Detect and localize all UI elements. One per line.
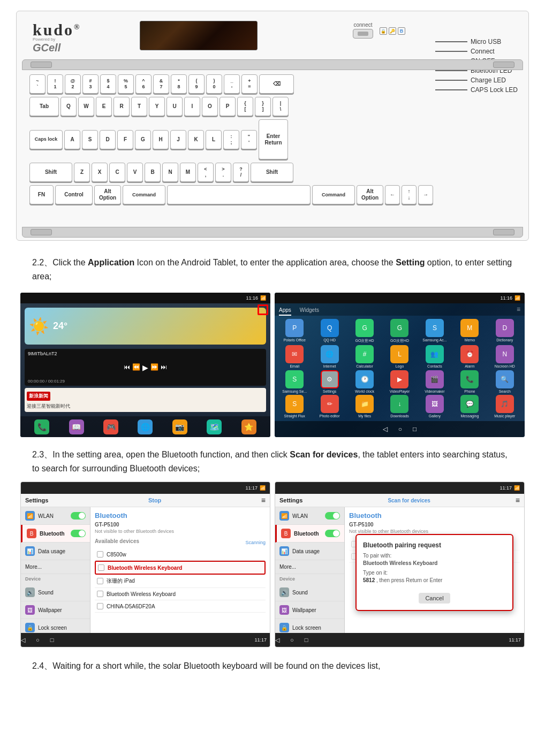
sidebar-lock-screen-left[interactable]: 🔒 Lock screen	[21, 619, 90, 633]
tab-apps[interactable]: Apps	[279, 306, 291, 316]
sidebar-wallpaper-right[interactable]: 🖼 Wallpaper	[275, 601, 344, 619]
scan-for-devices-btn[interactable]: Scan for devices	[388, 498, 430, 503]
nav-back-right[interactable]: ◁	[275, 637, 279, 644]
key-1[interactable]: !1	[47, 74, 63, 94]
dock-internet-icon[interactable]: 🌐	[138, 419, 153, 434]
device-ipad[interactable]: 张珊的 iPad	[95, 575, 266, 588]
sidebar-more-right[interactable]: More...	[275, 560, 344, 574]
app-straight-flux[interactable]: S Straight Flux	[278, 395, 311, 418]
sidebar-sound-left[interactable]: 🔊 Sound	[21, 584, 90, 601]
key-n[interactable]: N	[162, 163, 178, 182]
wlan-toggle[interactable]	[71, 512, 86, 520]
wlan-toggle-right[interactable]	[325, 512, 340, 520]
sidebar-bluetooth-right[interactable]: B Bluetooth	[275, 525, 344, 543]
key-t[interactable]: T	[131, 97, 147, 116]
key-shift-right[interactable]: Shift	[251, 163, 293, 182]
stop-button[interactable]: Stop	[148, 497, 161, 503]
settings-menu-icon[interactable]: ≡	[261, 496, 266, 505]
app-videoplayer[interactable]: ▶ VideoPlayer	[383, 370, 416, 393]
key-comma[interactable]: <,	[198, 163, 214, 182]
key-command-left[interactable]: Command	[123, 185, 165, 204]
key-l[interactable]: L	[206, 130, 222, 149]
key-x[interactable]: X	[92, 163, 108, 182]
key-enter[interactable]: EnterReturn	[259, 119, 288, 159]
app-samsung[interactable]: S Samsung Ac...	[418, 319, 451, 343]
key-3[interactable]: #3	[82, 74, 99, 94]
key-slash[interactable]: ?/	[233, 163, 249, 182]
key-h[interactable]: H	[153, 130, 169, 149]
app-polaris-office[interactable]: P Polaris Office	[278, 319, 311, 343]
key-4[interactable]: $4	[100, 74, 116, 94]
app-samsung-se[interactable]: S Samsung Se...	[278, 370, 311, 393]
sidebar-data-usage-right[interactable]: 📊 Data usage	[275, 543, 344, 560]
key-v[interactable]: V	[127, 163, 143, 182]
app-go1[interactable]: G GO次世HD	[348, 319, 381, 343]
device-checkbox-ipad[interactable]	[97, 578, 103, 584]
app-calculator[interactable]: # Calculator	[348, 345, 381, 368]
key-backslash[interactable]: |\	[272, 97, 289, 116]
key-g[interactable]: G	[135, 130, 151, 149]
device-checkbox-china[interactable]	[97, 603, 103, 609]
app-memo[interactable]: M Memo	[453, 319, 486, 343]
key-tab[interactable]: Tab	[29, 97, 59, 116]
app-messaging[interactable]: 💬 Messaging	[453, 395, 486, 418]
key-u[interactable]: U	[166, 97, 183, 116]
device-china[interactable]: CHINA-D5A6DF20A	[95, 600, 266, 613]
key-f[interactable]: F	[117, 130, 133, 149]
app-go2[interactable]: G GO次世HD	[383, 319, 416, 343]
dock-samsung-icon[interactable]: ⭐	[241, 419, 256, 434]
key-q[interactable]: Q	[60, 97, 77, 116]
key-a[interactable]: A	[64, 130, 80, 149]
key-period[interactable]: >.	[215, 163, 231, 182]
key-semicolon[interactable]: :;	[223, 130, 239, 149]
dock-readers-icon[interactable]: 📖	[69, 419, 84, 434]
key-shift-left[interactable]: Shift	[29, 163, 72, 182]
tab-widgets[interactable]: Widgets	[300, 306, 319, 316]
key-w[interactable]: W	[78, 97, 94, 116]
device-checkbox-bt-kb[interactable]	[98, 564, 104, 571]
key-arrow-up-down[interactable]: ↑↓	[402, 185, 417, 204]
dock-phone-icon[interactable]: 📞	[34, 419, 49, 434]
app-alarm[interactable]: ⏰ Alarm	[453, 345, 486, 368]
key-control[interactable]: Control	[55, 185, 93, 204]
app-my-files[interactable]: 📁 My files	[348, 395, 381, 418]
video-controls[interactable]: ⏮ ⏪ ▶ ⏩ ⏭	[124, 363, 167, 372]
sidebar-lock-screen-right[interactable]: 🔒 Lock screen	[275, 619, 344, 633]
app-music-player[interactable]: 🎵 Music player	[488, 395, 521, 418]
key-s[interactable]: S	[82, 130, 98, 149]
nav-back-left[interactable]: ◁	[21, 637, 25, 644]
key-p[interactable]: P	[219, 97, 236, 116]
key-d[interactable]: D	[100, 130, 116, 149]
nav-back[interactable]: ◁	[383, 425, 388, 433]
key-8[interactable]: *8	[171, 74, 187, 94]
key-space[interactable]	[167, 185, 311, 204]
app-phone[interactable]: 📞 Phone	[453, 370, 486, 393]
key-arrow-left[interactable]: ←	[385, 185, 400, 204]
device-bt-keyboard-2[interactable]: Bluetooth Wireless Keyboard	[95, 588, 266, 600]
app-email[interactable]: ✉ Email	[278, 345, 311, 368]
key-alt-right[interactable]: AltOption	[357, 185, 383, 204]
app-photo-editor[interactable]: ✏ Photo editor	[313, 395, 346, 418]
key-alt-left[interactable]: AltOption	[94, 185, 121, 204]
device-checkbox-c8500w[interactable]	[97, 551, 103, 558]
bluetooth-toggle-right[interactable]	[325, 530, 340, 537]
key-z[interactable]: Z	[74, 163, 90, 182]
sidebar-more-left[interactable]: More...	[21, 560, 90, 574]
key-6[interactable]: ^6	[135, 74, 152, 94]
app-logo[interactable]: L Logo	[383, 345, 416, 368]
key-equals[interactable]: +=	[241, 74, 258, 94]
app-downloads[interactable]: ↓ Downloads	[383, 395, 416, 418]
app-gallery[interactable]: 🖼 Gallery	[418, 395, 451, 418]
key-b[interactable]: B	[145, 163, 161, 182]
key-quote[interactable]: "'	[241, 130, 257, 149]
key-arrow-right[interactable]: →	[418, 185, 433, 204]
app-contacts[interactable]: 👥 Contacts	[418, 345, 451, 368]
key-fn[interactable]: FN	[29, 185, 54, 204]
key-caps-lock[interactable]: Caps lock	[29, 130, 63, 149]
sidebar-sound-right[interactable]: 🔊 Sound	[275, 584, 344, 601]
device-c8500w[interactable]: C8500w	[95, 548, 266, 561]
dock-game-icon[interactable]: 🎮	[103, 419, 118, 434]
app-qq-hd[interactable]: Q QQ HD	[313, 319, 346, 343]
settings-menu-icon-right[interactable]: ≡	[516, 496, 520, 505]
key-5[interactable]: %5	[118, 74, 134, 94]
